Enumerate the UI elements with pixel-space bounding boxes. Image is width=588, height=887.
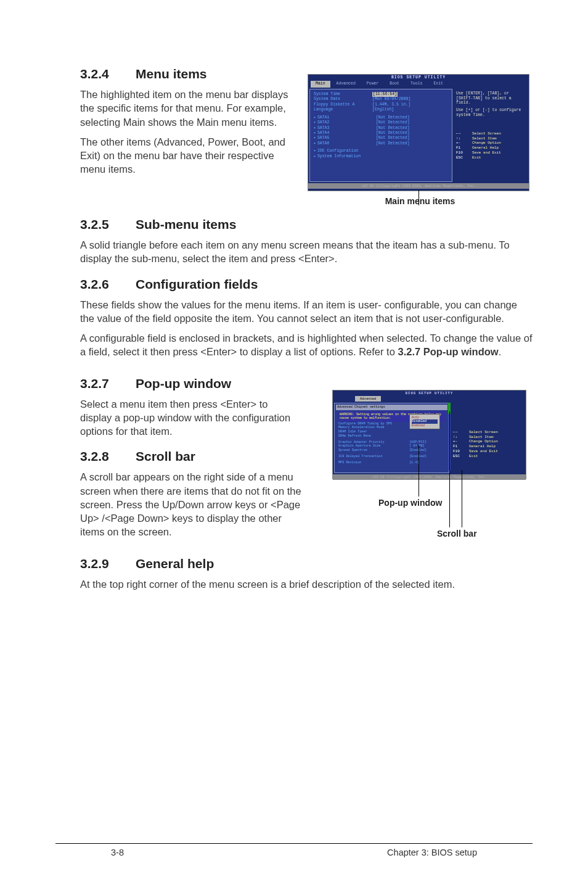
bios-item: SATA3 (317, 126, 376, 131)
bios-menubar: Main Advanced Power Boot Tools Exit (308, 81, 529, 87)
para: The other items (Advanced, Power, Boot, … (80, 135, 295, 176)
page-number: 3-8 (111, 848, 124, 857)
fig2-popup-caption: Pop-up window (378, 498, 442, 508)
popup-option: Enabled (412, 424, 438, 428)
bios-val: [Not Detected] (376, 131, 410, 136)
bios-val: [Not Detected] (376, 136, 410, 141)
bios-tab-tools: Tools (406, 81, 428, 87)
bios-keys: ←→Select Screen ↑↓Select Item +-Change O… (456, 131, 525, 160)
bios-item: ICH Delayed Transaction (338, 455, 409, 459)
para: A configurable field is enclosed in brac… (80, 331, 533, 359)
bios-item: MPS Revision (338, 461, 409, 465)
bios-item: DRAm Refresh Rate (338, 434, 409, 439)
bios-tab-boot: Boot (385, 81, 404, 87)
bios-title: BIOS SETUP UTILITY (333, 390, 526, 396)
bios-tab-advanced: Advanced (332, 81, 361, 87)
bios-val: [11:56:54] (372, 92, 398, 97)
bios-item: Graphic Adapter Priority (338, 440, 409, 445)
bios-hint: Use [+] or [-] to configure system Time. (456, 108, 525, 118)
bios-right-pane: ←→Select Screen ↑↓Select Item +-Change O… (451, 403, 525, 473)
sectitle: Scroll bar (136, 449, 195, 463)
bios-header: Advanced Chipset settings (336, 405, 447, 410)
fig2-scroll-caption: Scroll bar (437, 529, 477, 538)
bios-tab-main: Main (311, 81, 330, 87)
bios-item: Graphics Aperture Size (338, 444, 409, 448)
heading-3-2-6: 3.2.6Configuration fields (80, 277, 533, 292)
bios-copyright: v02.58 (C)Copyright 1985-2008, American … (308, 183, 529, 189)
bios-item: Language (314, 107, 372, 112)
heading-3-2-5: 3.2.5Sub-menu items (80, 217, 533, 232)
bios-item: SATA1 (317, 115, 376, 120)
bios-item: System Date (314, 97, 372, 102)
secnum: 3.2.4 (80, 67, 109, 81)
secnum: 3.2.7 (80, 376, 109, 390)
secnum: 3.2.8 (80, 449, 109, 463)
bios-item: SATA5 (317, 136, 376, 141)
bios-val: [1.44M, 3.5 in.] (372, 102, 410, 107)
para: At the top right corner of the menu scre… (80, 577, 533, 591)
heading-3-2-8: 3.2.8Scroll bar (80, 449, 308, 464)
para: Select a menu item then press <Enter> to… (80, 397, 302, 439)
bios-right-pane: Use [ENTER], [TAB], or [SHIFT-TAB] to se… (454, 89, 528, 182)
bios-val: [Not Detected] (376, 126, 410, 131)
para: A solid triangle before each item on any… (80, 238, 533, 266)
bios-val: [ 64 MB] (409, 444, 425, 448)
bios-item: Configure DRAM Timing by SPD (338, 422, 409, 426)
bios-item: DRAM Idle Timer (338, 430, 409, 434)
bios-val: [English] (372, 107, 394, 112)
sectitle: Sub-menu items (136, 217, 236, 231)
bios-tab-advanced: Advanced (355, 396, 381, 402)
sectitle: Pop-up window (136, 376, 231, 390)
para: These fields show the values for the men… (80, 298, 533, 326)
para: The highlighted item on the menu bar dis… (80, 88, 295, 129)
bios-advanced-screenshot: BIOS SETUP UTILITY Advanced Advanced Chi… (332, 390, 526, 479)
secnum: 3.2.9 (80, 556, 109, 571)
bios-val: [Mon 08/04/2009] (372, 97, 410, 102)
heading-3-2-7: 3.2.7Pop-up window (80, 376, 308, 391)
heading-3-2-9: 3.2.9General help (80, 556, 533, 571)
sectitle: Configuration fields (136, 277, 258, 291)
bios-val: [Not Detected] (376, 141, 410, 146)
bios-main-screenshot: BIOS SETUP UTILITY Main Advanced Power B… (308, 74, 529, 191)
sectitle: Menu items (136, 67, 207, 81)
secnum: 3.2.6 (80, 277, 109, 291)
bios-copyright: v02.58 (C)Copyright 1985-2008, American … (333, 474, 526, 480)
secnum: 3.2.5 (80, 217, 109, 231)
sectitle: General help (136, 556, 214, 571)
bios-val: [1.4] (409, 461, 419, 465)
bios-item: SATA2 (317, 120, 376, 125)
bios-keys: ←→Select Screen ↑↓Select Item +-Change O… (453, 430, 522, 459)
bios-item: IDE Configuration (317, 149, 358, 154)
fig1-caption: Main menu items (308, 196, 533, 206)
bios-val: [AGP/PCI] (409, 440, 427, 445)
bios-item: Spread Spectrum (338, 448, 409, 453)
para: A scroll bar appears on the right side o… (80, 470, 308, 538)
bios-item: System Information (317, 154, 361, 159)
heading-3-2-4: 3.2.4Menu items (80, 67, 295, 81)
bios-item: SATA4 (317, 131, 376, 136)
bios-val: [Not Detected] (376, 115, 410, 120)
page-footer: 3-8 Chapter 3: BIOS setup (55, 843, 533, 857)
bios-val: [Not Detected] (376, 120, 410, 125)
bios-tab-power: Power (362, 81, 384, 87)
bios-tab-exit: Exit (428, 81, 448, 87)
bios-hint: Use [ENTER], [TAB], or [SHIFT-TAB] to se… (456, 91, 525, 105)
bios-item: SATA6 (317, 141, 376, 146)
bios-item: System Time (314, 92, 372, 97)
bios-item: Memory Acceleration Mode (338, 426, 409, 430)
bios-menubar: Advanced (333, 396, 526, 402)
chapter-label: Chapter 3: BIOS setup (387, 848, 477, 857)
bios-left-pane: System Time[11:56:54] System Date[Mon 08… (309, 89, 452, 182)
bios-item: Floppy Diskette A (314, 102, 372, 107)
bios-title: BIOS SETUP UTILITY (308, 75, 529, 81)
bios-popup: Auto Disabled Enabled (409, 414, 440, 430)
